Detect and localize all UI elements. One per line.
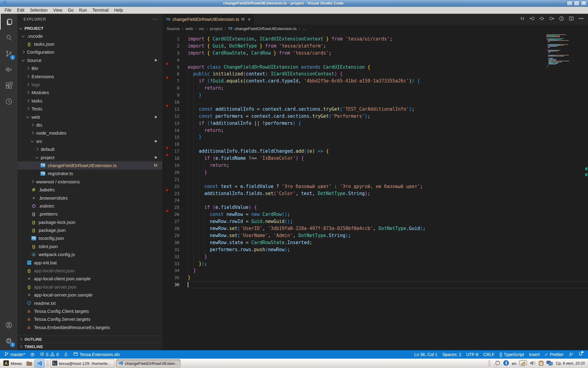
encoding[interactable]: UTF-8 [464, 350, 481, 358]
line-number[interactable]: 19 [162, 162, 188, 169]
tree-item-Tests[interactable]: Tests [17, 105, 162, 113]
more-actions-icon[interactable] [579, 16, 584, 22]
extensions-icon[interactable] [0, 78, 17, 94]
minimize-button[interactable]: — [567, 1, 573, 6]
tree-item-web[interactable]: web [17, 113, 162, 121]
line-number[interactable]: 27 [162, 218, 188, 225]
tree-item-Source[interactable]: Source [17, 56, 162, 64]
close-button[interactable]: ✕ [581, 1, 587, 6]
line-number[interactable]: 21 [162, 176, 188, 183]
code-line[interactable]: 33}); [162, 260, 588, 267]
current-change-icon[interactable] [539, 16, 545, 22]
tab-changeFieldOrRowUIExtension[interactable]: TS changeFieldOrRowUIExtension.ts M × [162, 14, 254, 25]
menu-edit[interactable]: Edit [14, 7, 27, 13]
line-number[interactable]: 8 [162, 85, 188, 92]
tree-item-Configuration[interactable]: Configuration [17, 48, 162, 56]
menu-selection[interactable]: Selection [27, 7, 51, 13]
code-line[interactable]: 6public initialized(context: ICardUIExte… [162, 71, 588, 78]
code-line[interactable]: 31performers.rows.push(newRow); [162, 246, 588, 253]
tab-close-icon[interactable]: × [248, 17, 251, 22]
bluetooth-icon[interactable] [503, 360, 509, 367]
line-number[interactable]: 9 [162, 92, 188, 99]
code-line[interactable]: 11const additionalInfo = context.card.se… [162, 106, 588, 113]
code-line[interactable]: 30newRow.state = CardRowState.Inserted; [162, 239, 588, 246]
menu-file[interactable]: File [2, 7, 14, 13]
menu-run[interactable]: Run [76, 7, 90, 13]
feedback-icon[interactable] [566, 350, 576, 358]
project-section-header[interactable]: PROJECT [17, 25, 162, 32]
line-number[interactable]: 33 [162, 260, 188, 267]
line-number[interactable]: 34 [162, 267, 188, 274]
display-settings-icon[interactable] [519, 360, 527, 367]
code-line[interactable]: 21 [162, 176, 588, 183]
line-number[interactable]: 28 [162, 225, 188, 232]
breadcrumb-symbol[interactable]: … [302, 26, 307, 31]
tree-item-Modules[interactable]: Modules [17, 89, 162, 97]
code-line[interactable]: 14return; [162, 127, 588, 134]
line-number[interactable]: 32 [162, 253, 188, 260]
problems-item[interactable]: 0 0 [37, 350, 61, 358]
breadcrumb-item[interactable]: Source [167, 26, 180, 31]
tree-item-registrator.ts[interactable]: TSregistrator.ts [17, 170, 162, 178]
tree-item-package.json[interactable]: {}package.json [17, 226, 162, 234]
menu-terminal[interactable]: Terminal [90, 7, 111, 13]
tree-item-.eslintrc[interactable]: .eslintrc [17, 202, 162, 210]
line-number[interactable]: 24 [162, 197, 188, 204]
taskbar-window-vscode[interactable]: changeFieldOrRowUIExten... [116, 359, 180, 367]
split-editor-icon[interactable] [569, 16, 574, 22]
code-line[interactable]: 7if (!Guid.equals(context.card.typeId, '… [162, 78, 588, 85]
line-number[interactable]: 2 [162, 43, 188, 50]
tree-item-app-local-client.json.sample[interactable]: ≡app-local-client.json.sample [17, 275, 162, 283]
line-number[interactable]: 13 [162, 120, 188, 127]
language-mode[interactable]: {} TypeScript [497, 350, 527, 358]
code-line[interactable]: 22const text = e.fieldValue ? 'Это базов… [162, 183, 588, 190]
menu-view[interactable]: View [50, 7, 65, 13]
explorer-more-actions[interactable]: ··· [152, 17, 158, 22]
line-number[interactable]: 12 [162, 113, 188, 120]
code-line[interactable]: 20} [162, 169, 588, 176]
cursor-position[interactable]: Ln 36, Col 1 [412, 350, 440, 358]
code-line[interactable]: 1import { CardUIExtension, ICardUIExtens… [162, 36, 588, 43]
tree-item-tasks[interactable]: tasks [17, 97, 162, 105]
next-change-icon[interactable] [549, 16, 554, 22]
line-number[interactable]: 31 [162, 246, 188, 253]
taskbar-clock[interactable]: Ср, 6 июл, 20:20 [556, 361, 585, 366]
keyboard-layout[interactable]: en [512, 361, 516, 366]
code-line[interactable]: 3import { CardRowState, CardRow } from '… [162, 50, 588, 57]
tree-item-app-local-server.json[interactable]: {}app-local-server.json [17, 283, 162, 291]
line-number[interactable]: 15 [162, 134, 188, 141]
code-line[interactable]: 15} [162, 134, 588, 141]
tree-item-wwwroot-extensions[interactable]: wwwroot / extensions [17, 178, 162, 186]
os-menu-button[interactable]: Меню [1, 359, 24, 368]
tree-item-.prettierrc[interactable]: {}.prettierrc [17, 210, 162, 218]
code-line[interactable]: 36 [162, 281, 588, 288]
tree-item-app-init.bat[interactable]: app-init.bat [17, 259, 162, 266]
tree-item-webpack.config.js[interactable]: webpack.config.js [17, 251, 162, 259]
volume-icon[interactable] [530, 360, 536, 367]
menu-help[interactable]: Help [111, 7, 126, 13]
git-branch-item[interactable]: master* [0, 350, 28, 358]
eol-sequence[interactable]: CRLF [481, 350, 497, 358]
tree-item-Tessa.EmbeddedResourceEx.targets[interactable]: Tessa.EmbeddedResourceEx.targets [17, 323, 162, 331]
code-line[interactable]: 34} [162, 267, 588, 274]
breadcrumb-file[interactable]: changeFieldOrRowUIExtension.ts [235, 26, 297, 31]
code-line[interactable]: 2import { Guid, DotNetType } from 'tessa… [162, 43, 588, 50]
code-line[interactable]: 4 [162, 57, 588, 64]
workspaces-icon[interactable] [546, 360, 553, 367]
code-line[interactable]: 5export class ChangeFieldOrRowUIExtensio… [162, 64, 588, 71]
tree-item-Tessa.Config.Client.targets[interactable]: Tessa.Config.Client.targets [17, 307, 162, 315]
code-line[interactable]: 19return; [162, 162, 588, 169]
tree-item-.browserslistrc[interactable]: ≡.browserslistrc [17, 194, 162, 202]
code-line[interactable]: 18if (e.fieldName !== 'IsBaseColor') { [162, 155, 588, 162]
timeline-icon[interactable] [559, 16, 564, 22]
tree-item-readme.txt[interactable]: readme.txt [17, 299, 162, 307]
safe-remove-icon[interactable] [495, 360, 500, 366]
code-line[interactable]: 24 [162, 197, 588, 204]
tree-item-app-local-client.json[interactable]: {}app-local-client.json [17, 266, 162, 274]
tree-item-.babelrc[interactable]: B.babelrc [17, 186, 162, 194]
explorer-icon[interactable] [0, 14, 17, 30]
tree-item-project[interactable]: project [17, 153, 162, 161]
line-number[interactable]: 1 [162, 36, 188, 43]
vscode-launcher-icon[interactable] [34, 359, 45, 368]
open-changes-icon[interactable] [520, 16, 525, 22]
